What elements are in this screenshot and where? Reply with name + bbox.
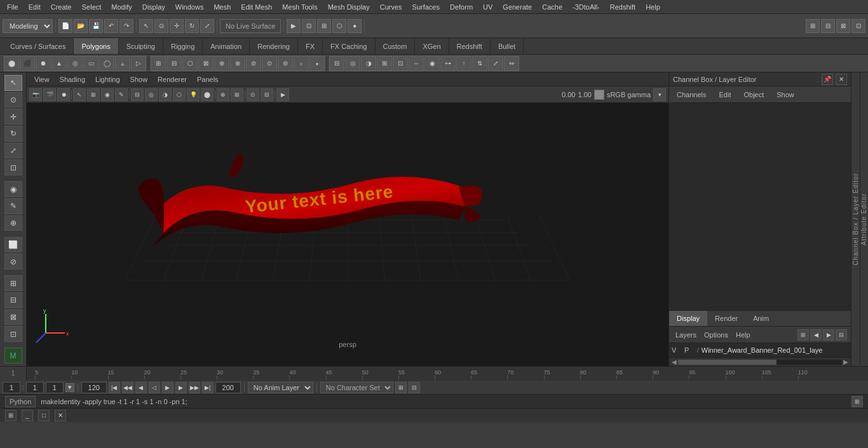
vp-hud-btn[interactable]: ⊞ (231, 88, 243, 101)
separate-btn[interactable]: ⊘ (246, 56, 261, 71)
tab-xgen[interactable]: XGen (415, 38, 449, 54)
maya-logo-btn[interactable]: M (4, 348, 22, 363)
scroll-right-btn[interactable]: ▶ (842, 358, 850, 365)
vp-shade-btn[interactable]: ◑ (159, 88, 172, 101)
current-frame-input[interactable] (3, 382, 20, 393)
move-btn[interactable]: ✛ (4, 109, 22, 125)
workspace-dropdown[interactable]: Modeling (3, 19, 53, 33)
select-tool-btn[interactable]: ↖ (139, 19, 153, 33)
render2-btn[interactable]: ⊞ (317, 19, 331, 33)
cylinder-btn[interactable]: ⏺ (36, 56, 51, 71)
tab-curves-surfaces[interactable]: Curves / Surfaces (3, 38, 74, 54)
scroll-left-btn[interactable]: ◀ (670, 358, 678, 365)
plane-btn[interactable]: ▭ (83, 56, 98, 71)
vp-menu-panels[interactable]: Panels (194, 74, 221, 85)
vp-menu-view[interactable]: View (32, 74, 52, 85)
menu-curves[interactable]: Curves (376, 2, 407, 12)
chan-tab-show[interactable]: Show (771, 89, 799, 100)
merge-btn[interactable]: ⊠ (198, 56, 214, 71)
extrude-btn[interactable]: ⊞ (151, 56, 166, 71)
select-mode-btn[interactable]: ↖ (4, 75, 22, 91)
layer-more-btn[interactable]: ⊟ (836, 329, 847, 341)
vp-wire-btn[interactable]: ⊟ (131, 88, 144, 101)
shade-btn[interactable]: ◑ (361, 56, 376, 71)
menu-deform[interactable]: Deform (445, 2, 477, 12)
menu-edit-mesh[interactable]: Edit Mesh (236, 2, 276, 12)
skip-end-btn[interactable]: ▶| (202, 382, 214, 393)
char-set-btn2[interactable]: ⊟ (409, 382, 420, 393)
chan-tab-channels[interactable]: Channels (672, 89, 711, 100)
move-tool-btn[interactable]: ✛ (170, 19, 184, 33)
horizontal-scrollbar[interactable]: ◀ ▶ (669, 357, 851, 366)
vp-anim-btn[interactable]: ▶ (276, 88, 289, 101)
range-start-input[interactable] (81, 382, 107, 393)
menu-windows[interactable]: Windows (171, 2, 208, 12)
chan-tab-object[interactable]: Object (738, 89, 769, 100)
rivet-btn[interactable]: ⊕ (4, 215, 22, 231)
next-frame-btn[interactable]: ▶▶ (189, 382, 200, 393)
vp-menu-lighting[interactable]: Lighting (93, 74, 123, 85)
soft-btn[interactable]: ◉ (424, 56, 440, 71)
smooth-btn[interactable]: ⬦ (294, 56, 309, 71)
minimize-btn[interactable]: _ (22, 410, 33, 421)
attribute-editor-side-tab[interactable]: Attribute Editor (860, 72, 868, 366)
vp-sel-mask-btn[interactable]: ↖ (73, 88, 86, 101)
layers-options[interactable]: Options (702, 330, 731, 340)
redo-btn[interactable]: ↷ (119, 19, 133, 33)
layer-next-btn[interactable]: ▶ (823, 329, 834, 341)
tab-fx[interactable]: FX (298, 38, 323, 54)
paint-select-btn[interactable]: ⊙ (4, 92, 22, 108)
rotate-btn[interactable]: ↻ (4, 126, 22, 142)
menu-file[interactable]: File (3, 2, 23, 12)
tab-custom[interactable]: Custom (376, 38, 416, 54)
menu-generate[interactable]: Generate (498, 2, 536, 12)
xray-btn[interactable]: ◎ (345, 56, 360, 71)
vp-tex-btn[interactable]: ⬡ (173, 88, 186, 101)
tab-sculpting[interactable]: Sculpting (119, 38, 163, 54)
scroll-track[interactable] (678, 360, 842, 365)
menu-create[interactable]: Create (46, 2, 76, 12)
timeline-ruler[interactable]: 5101520253035404550556065707580859095100… (27, 367, 868, 381)
transform-btn[interactable]: ⊡ (4, 160, 22, 175)
menu-uv[interactable]: UV (478, 2, 497, 12)
skip-start-btn[interactable]: |◀ (109, 382, 120, 393)
snap-btn[interactable]: ⊡ (393, 56, 408, 71)
render-btn[interactable]: ▶ (287, 19, 301, 33)
3d-viewport[interactable]: Your text is here persp x y z (27, 103, 668, 366)
play-fwd-btn[interactable]: ▶ (162, 382, 173, 393)
layout-btn2[interactable]: ⊟ (821, 19, 835, 33)
next-1-btn[interactable]: ▶ (175, 382, 187, 393)
poly-tool1-btn[interactable]: ⊞ (4, 275, 22, 291)
menu-surfaces[interactable]: Surfaces (408, 2, 444, 12)
tab-fx-caching[interactable]: FX Caching (323, 38, 375, 54)
disk-btn[interactable]: ◯ (99, 56, 114, 71)
scroll-thumb[interactable] (678, 360, 776, 365)
panel-close-btn[interactable]: ✕ (836, 74, 847, 85)
mirror-btn[interactable]: ⇔ (504, 56, 519, 71)
layout-btn3[interactable]: ⊠ (836, 19, 850, 33)
menu-help[interactable]: Help (641, 2, 665, 12)
scale-tool-btn[interactable]: ⤢ (200, 19, 214, 33)
marquee-sel-btn[interactable]: ⬜ (4, 237, 22, 253)
tab-bullet[interactable]: Bullet (491, 38, 524, 54)
layer-prev-btn[interactable]: ◀ (810, 329, 822, 341)
vp-menu-shading[interactable]: Shading (57, 74, 88, 85)
pyramid-btn[interactable]: ⟁ (115, 56, 130, 71)
vp-menu-show[interactable]: Show (128, 74, 151, 85)
bool-btn[interactable]: ⊗ (230, 56, 245, 71)
vp-video-btn[interactable]: ⏺ (57, 88, 70, 101)
menu-edit[interactable]: Edit (24, 2, 45, 12)
extract-btn[interactable]: ⊙ (262, 56, 277, 71)
vp-light-btn[interactable]: 💡 (187, 88, 200, 101)
layout-btn4[interactable]: ⊡ (851, 19, 865, 33)
vp-obj-btn[interactable]: ⊟ (261, 88, 273, 101)
new-file-btn[interactable]: 📄 (58, 19, 72, 33)
vp-shadow-btn[interactable]: ⬤ (201, 88, 214, 101)
menu-mesh-display[interactable]: Mesh Display (323, 2, 374, 12)
soft-mod-btn[interactable]: ◉ (4, 181, 22, 197)
menu-3dtall[interactable]: -3DtoAll- (568, 2, 604, 12)
maximize-btn[interactable]: □ (38, 410, 50, 421)
vp-camera-btn[interactable]: 📷 (29, 88, 42, 101)
tab-animation[interactable]: Animation (203, 38, 250, 54)
poly-tool4-btn[interactable]: ⊡ (4, 326, 22, 342)
